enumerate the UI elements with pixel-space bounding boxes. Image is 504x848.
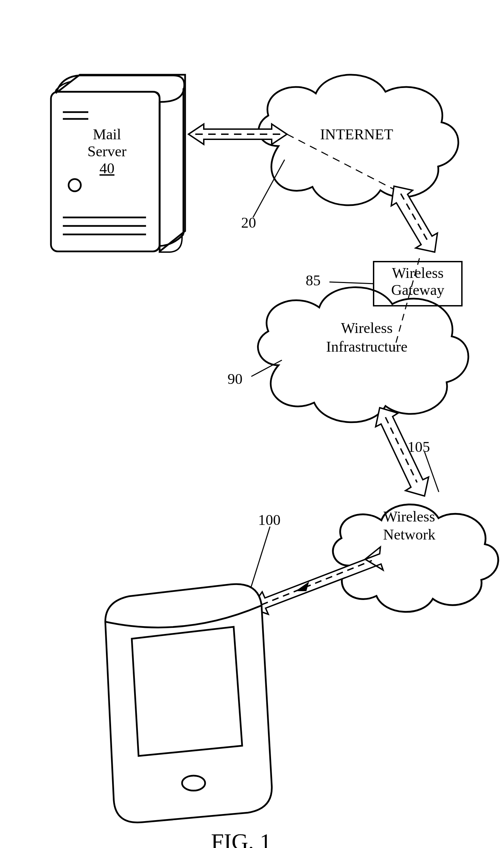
svg-line-16 [329, 282, 374, 284]
internet-label: INTERNET [312, 126, 401, 143]
wnet-label-1: Wireless [370, 508, 448, 525]
internet-ref: 20 [241, 214, 256, 231]
diagram-svg [0, 0, 504, 848]
arrow-server-internet [188, 124, 287, 144]
gateway-label-1: Wireless [377, 264, 458, 282]
mail-server-label-1: Mail [82, 126, 132, 143]
device-ref: 100 [258, 511, 281, 529]
gateway-label-2: Gateway [377, 281, 458, 299]
infra-ref: 90 [228, 370, 242, 388]
mail-server-label-2: Server [82, 143, 132, 160]
figure-caption: FIG. 1 [190, 828, 292, 848]
svg-line-10 [253, 160, 285, 217]
infra-label-1: Wireless [316, 319, 418, 337]
gateway-ref: 85 [306, 272, 321, 289]
mobile-device-icon [105, 584, 272, 823]
svg-line-25 [251, 527, 270, 588]
wnet-label-2: Network [370, 526, 448, 543]
wnet-ref: 105 [408, 438, 430, 456]
mail-server-ref: 40 [92, 160, 122, 177]
infra-label-2: Infrastructure [306, 338, 428, 355]
